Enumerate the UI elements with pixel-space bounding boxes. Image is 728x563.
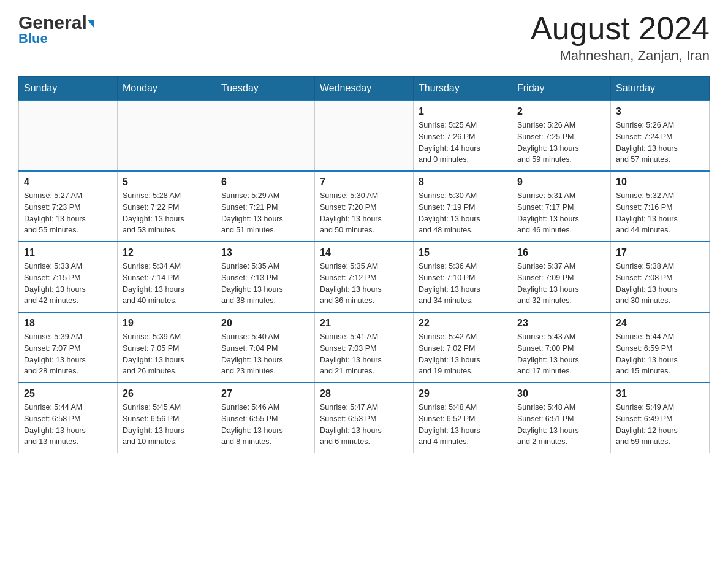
day-number: 3 <box>616 106 704 117</box>
day-info: Sunrise: 5:32 AM Sunset: 7:16 PM Dayligh… <box>616 190 704 236</box>
day-number: 17 <box>616 247 704 258</box>
day-number: 16 <box>517 247 605 258</box>
day-info: Sunrise: 5:35 AM Sunset: 7:12 PM Dayligh… <box>320 261 408 307</box>
calendar-day-cell <box>216 101 315 171</box>
day-of-week-header: Tuesday <box>216 77 315 101</box>
calendar-day-cell: 26Sunrise: 5:45 AM Sunset: 6:56 PM Dayli… <box>118 383 216 453</box>
calendar-header-row: SundayMondayTuesdayWednesdayThursdayFrid… <box>19 77 710 101</box>
calendar-day-cell: 10Sunrise: 5:32 AM Sunset: 7:16 PM Dayli… <box>611 171 710 242</box>
calendar-day-cell: 21Sunrise: 5:41 AM Sunset: 7:03 PM Dayli… <box>315 312 414 383</box>
calendar-day-cell: 22Sunrise: 5:42 AM Sunset: 7:02 PM Dayli… <box>414 312 512 383</box>
logo-general-text: General <box>18 12 87 33</box>
day-of-week-header: Monday <box>118 77 216 101</box>
calendar-day-cell: 17Sunrise: 5:38 AM Sunset: 7:08 PM Dayli… <box>611 242 710 312</box>
day-info: Sunrise: 5:44 AM Sunset: 6:59 PM Dayligh… <box>616 331 704 377</box>
calendar-day-cell: 4Sunrise: 5:27 AM Sunset: 7:23 PM Daylig… <box>19 171 118 242</box>
day-number: 18 <box>24 318 112 329</box>
day-of-week-header: Sunday <box>19 77 118 101</box>
day-info: Sunrise: 5:25 AM Sunset: 7:26 PM Dayligh… <box>419 120 507 166</box>
day-number: 19 <box>123 318 211 329</box>
day-info: Sunrise: 5:27 AM Sunset: 7:23 PM Dayligh… <box>24 190 112 236</box>
day-info: Sunrise: 5:39 AM Sunset: 7:05 PM Dayligh… <box>123 331 211 377</box>
day-info: Sunrise: 5:43 AM Sunset: 7:00 PM Dayligh… <box>517 331 605 377</box>
calendar-day-cell: 14Sunrise: 5:35 AM Sunset: 7:12 PM Dayli… <box>315 242 414 312</box>
day-info: Sunrise: 5:30 AM Sunset: 7:20 PM Dayligh… <box>320 190 408 236</box>
day-info: Sunrise: 5:48 AM Sunset: 6:52 PM Dayligh… <box>419 402 507 448</box>
day-info: Sunrise: 5:49 AM Sunset: 6:49 PM Dayligh… <box>616 402 704 448</box>
day-info: Sunrise: 5:38 AM Sunset: 7:08 PM Dayligh… <box>616 261 704 307</box>
day-number: 9 <box>517 177 605 188</box>
day-number: 15 <box>419 247 507 258</box>
calendar-day-cell: 1Sunrise: 5:25 AM Sunset: 7:26 PM Daylig… <box>414 101 512 171</box>
calendar-day-cell: 11Sunrise: 5:33 AM Sunset: 7:15 PM Dayli… <box>19 242 118 312</box>
location-text: Mahneshan, Zanjan, Iran <box>531 48 710 64</box>
calendar-day-cell: 3Sunrise: 5:26 AM Sunset: 7:24 PM Daylig… <box>611 101 710 171</box>
day-info: Sunrise: 5:40 AM Sunset: 7:04 PM Dayligh… <box>221 331 309 377</box>
day-info: Sunrise: 5:37 AM Sunset: 7:09 PM Dayligh… <box>517 261 605 307</box>
calendar-day-cell: 12Sunrise: 5:34 AM Sunset: 7:14 PM Dayli… <box>118 242 216 312</box>
day-number: 7 <box>320 177 408 188</box>
calendar-day-cell: 2Sunrise: 5:26 AM Sunset: 7:25 PM Daylig… <box>512 101 611 171</box>
logo: General Blue <box>18 12 94 47</box>
day-info: Sunrise: 5:34 AM Sunset: 7:14 PM Dayligh… <box>123 261 211 307</box>
day-info: Sunrise: 5:44 AM Sunset: 6:58 PM Dayligh… <box>24 402 112 448</box>
day-info: Sunrise: 5:30 AM Sunset: 7:19 PM Dayligh… <box>419 190 507 236</box>
day-number: 25 <box>24 388 112 399</box>
calendar-week-row: 1Sunrise: 5:25 AM Sunset: 7:26 PM Daylig… <box>19 101 710 171</box>
calendar-table: SundayMondayTuesdayWednesdayThursdayFrid… <box>18 76 710 453</box>
day-of-week-header: Thursday <box>414 77 512 101</box>
day-info: Sunrise: 5:47 AM Sunset: 6:53 PM Dayligh… <box>320 402 408 448</box>
day-number: 24 <box>616 318 704 329</box>
day-info: Sunrise: 5:39 AM Sunset: 7:07 PM Dayligh… <box>24 331 112 377</box>
calendar-day-cell: 20Sunrise: 5:40 AM Sunset: 7:04 PM Dayli… <box>216 312 315 383</box>
day-number: 13 <box>221 247 309 258</box>
calendar-week-row: 25Sunrise: 5:44 AM Sunset: 6:58 PM Dayli… <box>19 383 710 453</box>
calendar-day-cell: 27Sunrise: 5:46 AM Sunset: 6:55 PM Dayli… <box>216 383 315 453</box>
day-info: Sunrise: 5:36 AM Sunset: 7:10 PM Dayligh… <box>419 261 507 307</box>
day-number: 4 <box>24 177 112 188</box>
calendar-day-cell: 6Sunrise: 5:29 AM Sunset: 7:21 PM Daylig… <box>216 171 315 242</box>
calendar-day-cell <box>19 101 118 171</box>
day-number: 22 <box>419 318 507 329</box>
day-of-week-header: Wednesday <box>315 77 414 101</box>
day-info: Sunrise: 5:28 AM Sunset: 7:22 PM Dayligh… <box>123 190 211 236</box>
calendar-day-cell <box>118 101 216 171</box>
calendar-day-cell <box>315 101 414 171</box>
day-number: 8 <box>419 177 507 188</box>
calendar-day-cell: 16Sunrise: 5:37 AM Sunset: 7:09 PM Dayli… <box>512 242 611 312</box>
day-info: Sunrise: 5:35 AM Sunset: 7:13 PM Dayligh… <box>221 261 309 307</box>
calendar-day-cell: 7Sunrise: 5:30 AM Sunset: 7:20 PM Daylig… <box>315 171 414 242</box>
logo-blue-text: Blue <box>18 31 48 47</box>
day-number: 10 <box>616 177 704 188</box>
day-number: 21 <box>320 318 408 329</box>
calendar-day-cell: 31Sunrise: 5:49 AM Sunset: 6:49 PM Dayli… <box>611 383 710 453</box>
calendar-week-row: 4Sunrise: 5:27 AM Sunset: 7:23 PM Daylig… <box>19 171 710 242</box>
calendar-day-cell: 28Sunrise: 5:47 AM Sunset: 6:53 PM Dayli… <box>315 383 414 453</box>
calendar-day-cell: 13Sunrise: 5:35 AM Sunset: 7:13 PM Dayli… <box>216 242 315 312</box>
calendar-day-cell: 15Sunrise: 5:36 AM Sunset: 7:10 PM Dayli… <box>414 242 512 312</box>
day-info: Sunrise: 5:26 AM Sunset: 7:25 PM Dayligh… <box>517 120 605 166</box>
calendar-week-row: 11Sunrise: 5:33 AM Sunset: 7:15 PM Dayli… <box>19 242 710 312</box>
day-info: Sunrise: 5:33 AM Sunset: 7:15 PM Dayligh… <box>24 261 112 307</box>
calendar-day-cell: 5Sunrise: 5:28 AM Sunset: 7:22 PM Daylig… <box>118 171 216 242</box>
day-of-week-header: Friday <box>512 77 611 101</box>
day-info: Sunrise: 5:46 AM Sunset: 6:55 PM Dayligh… <box>221 402 309 448</box>
day-number: 31 <box>616 388 704 399</box>
page-header: General Blue August 2024 Mahneshan, Zanj… <box>18 12 710 64</box>
calendar-day-cell: 24Sunrise: 5:44 AM Sunset: 6:59 PM Dayli… <box>611 312 710 383</box>
day-number: 6 <box>221 177 309 188</box>
day-number: 2 <box>517 106 605 117</box>
day-number: 23 <box>517 318 605 329</box>
title-section: August 2024 Mahneshan, Zanjan, Iran <box>531 12 710 64</box>
calendar-day-cell: 18Sunrise: 5:39 AM Sunset: 7:07 PM Dayli… <box>19 312 118 383</box>
day-number: 27 <box>221 388 309 399</box>
calendar-day-cell: 23Sunrise: 5:43 AM Sunset: 7:00 PM Dayli… <box>512 312 611 383</box>
day-of-week-header: Saturday <box>611 77 710 101</box>
day-number: 1 <box>419 106 507 117</box>
calendar-day-cell: 9Sunrise: 5:31 AM Sunset: 7:17 PM Daylig… <box>512 171 611 242</box>
day-info: Sunrise: 5:29 AM Sunset: 7:21 PM Dayligh… <box>221 190 309 236</box>
day-info: Sunrise: 5:26 AM Sunset: 7:24 PM Dayligh… <box>616 120 704 166</box>
logo-arrow-icon <box>88 20 94 28</box>
day-number: 28 <box>320 388 408 399</box>
day-info: Sunrise: 5:31 AM Sunset: 7:17 PM Dayligh… <box>517 190 605 236</box>
